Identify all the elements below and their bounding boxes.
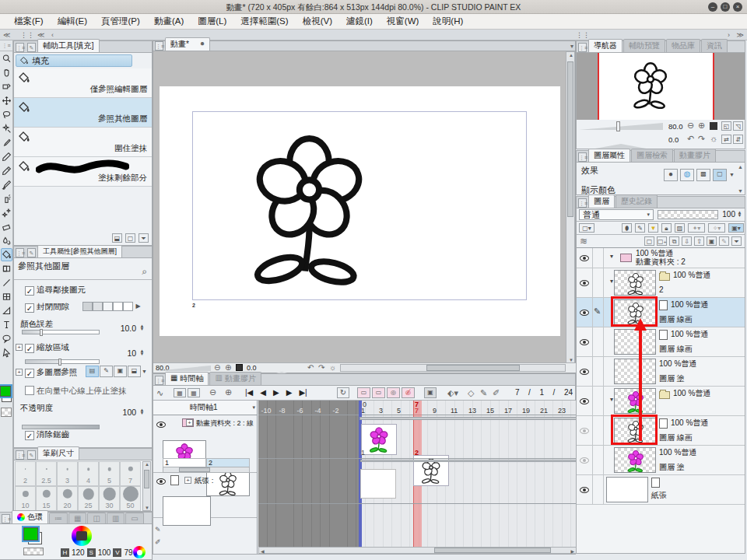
brush-size-20[interactable]: 20 bbox=[57, 486, 78, 511]
reset-icon[interactable]: ☼ bbox=[710, 134, 717, 143]
airbrush-tool[interactable] bbox=[1, 192, 12, 205]
color-circle-icon[interactable] bbox=[133, 546, 146, 558]
prop-row-adjacent[interactable]: 追尋鄰接圖元 bbox=[25, 285, 86, 296]
color-history-tab[interactable]: ▭ bbox=[125, 513, 143, 523]
brush-size-50[interactable]: 50 bbox=[120, 486, 141, 511]
halftone-icon[interactable]: ▩ bbox=[696, 169, 710, 181]
menu-item-2[interactable]: 頁管理(P) bbox=[95, 14, 146, 29]
expand-triangle-icon[interactable]: ▾ bbox=[610, 253, 613, 260]
prop-row-area-scaling[interactable]: + 縮放區域 bbox=[16, 342, 69, 353]
flip-h-icon[interactable]: ⇄ bbox=[721, 135, 731, 144]
new-vector-layer-icon[interactable]: ▢₊ bbox=[657, 236, 667, 246]
layer-row-2[interactable]: ✎100 %普通圖層 線画 bbox=[577, 298, 745, 327]
eraser-tool[interactable] bbox=[1, 220, 12, 233]
layer-property-tab-0[interactable]: 圖層屬性 bbox=[588, 149, 630, 162]
rotate-ccw-icon[interactable]: ↶ bbox=[687, 134, 694, 144]
navigator-tab-2[interactable]: 物品庫 bbox=[666, 39, 700, 52]
expand-triangle-icon[interactable]: ▾ bbox=[610, 396, 613, 403]
layer-visibility-icon[interactable] bbox=[580, 398, 589, 404]
delete-layer-icon[interactable]: ⏷ bbox=[731, 236, 742, 246]
layer-visibility-icon[interactable] bbox=[580, 280, 589, 286]
new-layer-icon[interactable]: ▢ bbox=[644, 236, 654, 246]
new-cel-icon[interactable]: ▭ bbox=[357, 387, 370, 398]
fit-window-icon[interactable]: ◱ bbox=[721, 121, 731, 131]
color-set-tab[interactable]: ▦ bbox=[68, 513, 86, 523]
prop-row-antialias[interactable]: 消除鋸齒 bbox=[25, 429, 69, 440]
main-color-swatch[interactable] bbox=[23, 527, 38, 541]
foreground-color-swatch[interactable] bbox=[0, 386, 11, 397]
ruler-tool[interactable] bbox=[1, 304, 12, 317]
move-tool[interactable] bbox=[1, 94, 12, 107]
close-gap-levels[interactable]: ▶ bbox=[82, 302, 143, 311]
lock-icon[interactable]: ⬓ bbox=[112, 233, 122, 243]
brush-size-5[interactable]: 5 bbox=[99, 461, 120, 486]
onion-skin-off-icon[interactable]: ◎̸ bbox=[402, 387, 415, 398]
layer-panel-tab-1[interactable]: 歷史記錄 bbox=[615, 194, 658, 208]
subtool-item-0[interactable]: 僅參照編輯圖層 bbox=[14, 68, 152, 98]
layer-row-3[interactable]: 100 %普通圖層 線画 bbox=[577, 327, 745, 357]
tone-effect-icon[interactable]: ◍ bbox=[680, 169, 694, 181]
lasso-tool[interactable] bbox=[1, 108, 12, 121]
clip-duration-bar[interactable] bbox=[359, 417, 577, 420]
fill-tool[interactable] bbox=[1, 248, 12, 261]
scroll-up-icon[interactable]: ▲ bbox=[738, 164, 743, 170]
layer-thumbnail[interactable] bbox=[606, 477, 648, 502]
color-slider-tab[interactable]: ≔ bbox=[49, 513, 68, 523]
transparent-color-swatch[interactable] bbox=[1, 408, 12, 417]
layer-color-icon[interactable]: ▢ bbox=[713, 169, 727, 181]
timeline-hscrollbar[interactable]: ◀ ▶ bbox=[258, 547, 577, 554]
dock-handle-icon[interactable]: ⋮⋮ bbox=[576, 30, 590, 40]
paper-clip-block[interactable] bbox=[360, 469, 396, 499]
navigator-preview[interactable] bbox=[577, 53, 745, 120]
layer-row-8[interactable]: 紙張 bbox=[577, 475, 745, 505]
loop-play-icon[interactable]: ↻ bbox=[337, 387, 349, 398]
panel-menu-icon[interactable]: ⋮≡ bbox=[578, 198, 587, 208]
gradient-tool[interactable] bbox=[1, 262, 12, 275]
tool-icon[interactable]: ✎ bbox=[27, 248, 36, 257]
layer-row-6[interactable]: 100 %普通圖層 線画 bbox=[577, 416, 745, 446]
brush-size-15[interactable]: 15 bbox=[36, 486, 57, 511]
layer-visibility-icon[interactable] bbox=[580, 255, 589, 261]
fit-icon[interactable] bbox=[710, 122, 717, 130]
text-tool[interactable] bbox=[1, 318, 12, 331]
magnifier-icon[interactable]: ⌕ bbox=[142, 266, 147, 277]
brush-size-4[interactable]: 4 bbox=[78, 461, 99, 486]
panel-menu-icon[interactable]: ⋮≡ bbox=[2, 514, 10, 523]
new-cel-folder-icon[interactable]: ▭ bbox=[372, 387, 385, 398]
paper-thumbnail[interactable] bbox=[163, 496, 211, 526]
rotate-canvas-tool[interactable] bbox=[1, 80, 12, 93]
auto-select-tool[interactable] bbox=[1, 122, 12, 135]
border-effect-icon[interactable]: ● bbox=[664, 169, 678, 181]
hand-tool[interactable] bbox=[1, 66, 12, 79]
menu-item-9[interactable]: 說明(H) bbox=[426, 14, 469, 29]
tab-list-icon[interactable]: ▾ bbox=[570, 43, 573, 50]
tool-strip-header[interactable]: ⋮≡ bbox=[0, 40, 12, 51]
layer-visibility-icon[interactable] bbox=[580, 487, 589, 493]
brush-size-7[interactable]: 7 bbox=[120, 461, 141, 486]
close-button[interactable]: × bbox=[733, 2, 742, 12]
layer-opacity-slider[interactable] bbox=[658, 210, 718, 219]
timeline-selector[interactable]: 時間軸1 ▾ bbox=[153, 401, 257, 415]
pen-tool[interactable] bbox=[1, 150, 12, 163]
layer-property-tab-2[interactable]: 動畫膠片 bbox=[674, 149, 716, 162]
edit-icon[interactable]: ✎ bbox=[155, 526, 161, 534]
dock-handle-icon[interactable]: ⋮⋮ bbox=[20, 30, 34, 40]
zoom-out-timeline-icon[interactable]: ⊖ bbox=[209, 387, 216, 397]
navigator-tab-0[interactable]: 導航器 bbox=[588, 39, 622, 52]
go-end-icon[interactable]: ▶| bbox=[299, 388, 307, 397]
layer-thumbnail[interactable] bbox=[614, 329, 656, 355]
brush-tool[interactable] bbox=[1, 178, 12, 191]
subtool-item-1[interactable]: 參照其他圖層 bbox=[14, 98, 152, 128]
layer-thumbnail[interactable] bbox=[614, 388, 656, 414]
prop-row-vector[interactable]: 在向量中心線上停止塗抹 bbox=[25, 386, 126, 397]
layer-panel-tab-0[interactable]: 圖層 bbox=[588, 194, 615, 208]
rotate-ccw-icon[interactable]: ↶ bbox=[307, 363, 314, 372]
palette-color-icon[interactable]: ▢▾ bbox=[579, 223, 594, 233]
brush-size-scrollbar[interactable]: ▲ ▼ bbox=[142, 461, 151, 511]
navigator-tab-3[interactable]: 資訊 bbox=[701, 39, 728, 52]
timeline-settings-icon[interactable]: ▦ bbox=[188, 388, 200, 397]
menu-item-4[interactable]: 圖層(L) bbox=[191, 14, 233, 29]
expand-track-icon[interactable]: + bbox=[184, 477, 191, 484]
prop-row-close-gap[interactable]: 封閉間隙 bbox=[25, 302, 69, 313]
maximize-button[interactable]: □ bbox=[721, 2, 730, 12]
